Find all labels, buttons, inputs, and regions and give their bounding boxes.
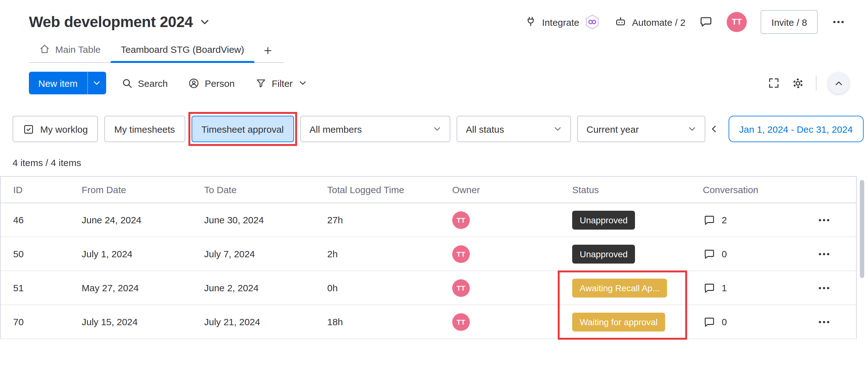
person-filter-button[interactable]: Person — [183, 73, 240, 93]
members-dropdown[interactable]: All members — [300, 116, 450, 142]
row-menu-button[interactable] — [817, 315, 856, 329]
timesheet-approval-button[interactable]: Timesheet approval — [191, 116, 293, 142]
tab-label: Main Table — [55, 44, 101, 54]
timesheet-table: ID From Date To Date Total Logged Time O… — [0, 176, 857, 339]
search-icon — [121, 77, 133, 89]
table-row[interactable]: 51 May 27, 2024 June 2, 2024 0h TT Await… — [1, 271, 856, 305]
more-options-button[interactable] — [832, 15, 845, 29]
tab-teamboard-stg[interactable]: Teamboard STG (BoardView) — [111, 38, 254, 62]
filter-buttons: My worklog My timesheets Timesheet appro… — [12, 116, 705, 142]
owner-avatar[interactable]: TT — [452, 211, 470, 229]
chevron-down-icon — [553, 124, 563, 134]
chevron-left-icon[interactable] — [705, 118, 723, 140]
my-worklog-button[interactable]: My worklog — [12, 116, 98, 142]
fullscreen-icon[interactable] — [768, 77, 780, 89]
vertical-scrollbar[interactable] — [860, 180, 864, 278]
members-value: All members — [310, 123, 362, 134]
column-header-total-logged-time[interactable]: Total Logged Time — [327, 184, 452, 195]
period-value: Current year — [587, 123, 639, 134]
column-header-from-date[interactable]: From Date — [82, 184, 204, 195]
cell-total-logged-time: 27h — [327, 215, 452, 225]
add-tab-button[interactable] — [254, 41, 281, 62]
conversation-cell[interactable]: 0 — [695, 315, 824, 328]
row-menu-button[interactable] — [817, 213, 856, 227]
chevron-down-icon[interactable] — [198, 16, 211, 28]
conversation-cell[interactable]: 2 — [695, 214, 824, 226]
period-dropdown[interactable]: Current year — [577, 116, 705, 142]
header-actions: Integrate Automate / 2 TT Invite / 8 — [524, 10, 845, 34]
cell-status: Unapproved — [572, 211, 695, 229]
cell-owner: TT — [452, 279, 572, 297]
status-badge[interactable]: Unapproved — [572, 244, 635, 263]
plus-icon — [262, 45, 273, 56]
new-item-dropdown-button[interactable] — [87, 72, 106, 94]
status-dropdown[interactable]: All status — [457, 116, 571, 142]
person-icon — [188, 77, 200, 89]
cell-id: 50 — [13, 248, 82, 259]
table-row[interactable]: 46 June 24, 2024 June 30, 2024 27h TT Un… — [1, 203, 856, 237]
filter-button[interactable]: Filter — [250, 73, 313, 93]
worklog-calendar-icon — [23, 123, 35, 135]
integrate-label: Integrate — [542, 17, 579, 27]
board-title-wrap[interactable]: Web development 2024 — [29, 13, 211, 31]
cell-id: 51 — [13, 282, 82, 293]
filter-label: Filter — [272, 78, 293, 88]
chat-bubble-icon[interactable] — [700, 15, 713, 29]
cell-owner: TT — [452, 313, 572, 331]
table-header-row: ID From Date To Date Total Logged Time O… — [1, 177, 856, 203]
status-badge[interactable]: Unapproved — [572, 211, 635, 229]
board-tabs: Main Table Teamboard STG (BoardView) — [29, 38, 284, 63]
cell-to-date: June 30, 2024 — [204, 215, 327, 225]
owner-avatar[interactable]: TT — [452, 279, 470, 297]
toolbar-right — [768, 72, 849, 94]
toolbar-left: New item Search Person — [29, 72, 313, 94]
my-timesheets-button[interactable]: My timesheets — [104, 116, 185, 142]
column-header-to-date[interactable]: To Date — [204, 184, 327, 195]
status-badge[interactable]: Waiting for approval — [572, 312, 665, 331]
chat-bubble-icon — [703, 315, 715, 328]
cell-id: 46 — [13, 215, 82, 225]
status-value: All status — [466, 123, 504, 134]
integration-hexagon-badge — [584, 14, 600, 30]
cell-total-logged-time: 0h — [327, 282, 452, 293]
table-row[interactable]: 70 July 15, 2024 July 21, 2024 18h TT Wa… — [1, 305, 856, 339]
person-label: Person — [205, 78, 235, 88]
conversation-count: 0 — [722, 316, 727, 327]
cell-total-logged-time: 2h — [327, 248, 452, 259]
settings-gear-icon[interactable] — [792, 77, 805, 90]
new-item-split-button: New item — [29, 72, 106, 94]
chat-bubble-icon — [703, 281, 715, 294]
table-body: 46 June 24, 2024 June 30, 2024 27h TT Un… — [1, 203, 856, 339]
row-menu-button[interactable] — [817, 281, 856, 295]
toolbar-divider — [816, 76, 816, 90]
owner-avatar[interactable]: TT — [452, 245, 470, 262]
chevron-down-icon — [432, 124, 442, 134]
tab-label: Teamboard STG (BoardView) — [121, 44, 244, 55]
conversation-count: 1 — [722, 282, 727, 293]
new-item-button[interactable]: New item — [29, 72, 87, 94]
column-header-conversation[interactable]: Conversation — [695, 184, 824, 195]
conversation-cell[interactable]: 0 — [695, 248, 824, 260]
conversation-cell[interactable]: 1 — [695, 281, 824, 294]
column-header-id[interactable]: ID — [13, 184, 82, 195]
column-header-status[interactable]: Status — [572, 184, 695, 195]
owner-avatar[interactable]: TT — [452, 313, 470, 331]
table-row[interactable]: 50 July 1, 2024 July 7, 2024 2h TT Unapp… — [1, 237, 856, 271]
collapse-toolbar-button[interactable] — [828, 72, 849, 94]
cell-status: Waiting for approval — [572, 312, 695, 331]
user-avatar[interactable]: TT — [727, 12, 747, 32]
page-title: Web development 2024 — [29, 13, 193, 31]
cell-from-date: July 1, 2024 — [82, 248, 204, 259]
tab-main-table[interactable]: Main Table — [29, 38, 111, 62]
row-menu-button[interactable] — [817, 247, 856, 261]
status-badge[interactable]: Awaiting Recall Ap... — [572, 278, 667, 297]
column-header-owner[interactable]: Owner — [452, 184, 572, 195]
automate-icon — [614, 16, 627, 28]
my-worklog-label: My worklog — [40, 123, 88, 134]
search-button[interactable]: Search — [116, 73, 173, 93]
automate-button[interactable]: Automate / 2 — [614, 16, 685, 28]
invite-button[interactable]: Invite / 8 — [761, 10, 818, 34]
cell-status: Awaiting Recall Ap... — [572, 278, 695, 297]
integrate-button[interactable]: Integrate — [524, 14, 600, 30]
date-range-button[interactable]: Jan 1, 2024 - Dec 31, 2024 — [728, 116, 864, 142]
